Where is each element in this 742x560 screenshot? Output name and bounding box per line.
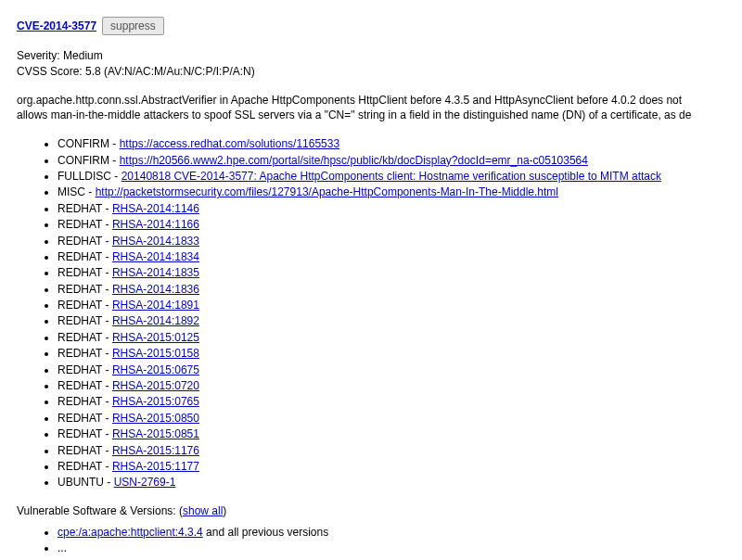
reference-item: REDHAT - RHSA-2014:1892: [58, 313, 742, 329]
reference-source: REDHAT -: [58, 331, 112, 344]
reference-link[interactable]: RHSA-2015:1177: [112, 460, 199, 473]
reference-item: REDHAT - RHSA-2015:1177: [58, 459, 742, 475]
reference-source: REDHAT -: [58, 218, 112, 231]
reference-link[interactable]: RHSA-2014:1835: [112, 266, 199, 279]
references-list: CONFIRM - https://access.redhat.com/solu…: [17, 136, 742, 491]
reference-item: REDHAT - RHSA-2014:1146: [58, 201, 742, 217]
reference-source: REDHAT -: [58, 460, 112, 473]
reference-source: REDHAT -: [58, 314, 112, 327]
reference-link[interactable]: RHSA-2014:1834: [112, 250, 199, 263]
severity-line: Severity: Medium: [17, 48, 742, 64]
cve-meta: Severity: Medium CVSS Score: 5.8 (AV:N/A…: [17, 48, 742, 80]
reference-source: UBUNTU -: [58, 476, 114, 489]
reference-link[interactable]: RHSA-2014:1892: [112, 314, 199, 327]
show-all-link[interactable]: show all: [183, 504, 223, 517]
reference-link[interactable]: RHSA-2015:0158: [112, 347, 199, 360]
reference-link[interactable]: RHSA-2015:0125: [112, 331, 199, 344]
reference-item: REDHAT - RHSA-2014:1836: [58, 282, 742, 298]
reference-source: REDHAT -: [58, 379, 112, 392]
vuln-header-close: ): [223, 504, 226, 517]
reference-item: REDHAT - RHSA-2015:0851: [58, 426, 742, 442]
vuln-header-text: Vulnerable Software & Versions: (: [17, 504, 183, 517]
reference-item: REDHAT - RHSA-2015:0125: [58, 330, 742, 346]
reference-link[interactable]: http://packetstormsecurity.com/files/127…: [96, 185, 558, 198]
reference-link[interactable]: RHSA-2014:1833: [112, 235, 199, 248]
description-line-2: allows man-in-the-middle attackers to sp…: [17, 108, 742, 123]
reference-source: REDHAT -: [58, 427, 112, 440]
reference-source: REDHAT -: [58, 299, 112, 312]
cve-id-link[interactable]: CVE-2014-3577: [17, 19, 96, 32]
reference-source: MISC -: [58, 185, 96, 198]
reference-source: REDHAT -: [58, 266, 112, 279]
reference-source: REDHAT -: [58, 363, 112, 376]
reference-link[interactable]: RHSA-2015:0675: [112, 363, 199, 376]
description-line-1: org.apache.http.conn.ssl.AbstractVerifie…: [17, 93, 742, 108]
reference-item: REDHAT - RHSA-2015:0158: [58, 346, 742, 362]
reference-link[interactable]: https://h20566.www2.hpe.com/portal/site/…: [120, 154, 588, 167]
reference-source: FULLDISC -: [58, 170, 122, 183]
severity-value: Medium: [63, 49, 103, 62]
cpe-item: cpe:/a:apache:httpclient:4.3.4 and all p…: [58, 525, 742, 541]
reference-item: REDHAT - RHSA-2015:0675: [58, 363, 742, 378]
reference-item: REDHAT - RHSA-2014:1891: [58, 298, 742, 313]
reference-source: REDHAT -: [58, 395, 112, 408]
reference-item: REDHAT - RHSA-2015:1176: [58, 443, 742, 459]
cpe-item: ...: [58, 541, 742, 556]
reference-source: CONFIRM -: [58, 154, 120, 167]
cpe-suffix: and all previous versions: [203, 526, 328, 539]
reference-link[interactable]: https://access.redhat.com/solutions/1165…: [120, 137, 339, 150]
reference-link[interactable]: RHSA-2015:0851: [112, 427, 199, 440]
cpe-link[interactable]: cpe:/a:apache:httpclient:4.3.4: [58, 526, 203, 539]
reference-item: CONFIRM - https://h20566.www2.hpe.com/po…: [58, 153, 742, 169]
reference-item: REDHAT - RHSA-2014:1834: [58, 249, 742, 265]
reference-item: REDHAT - RHSA-2014:1835: [58, 265, 742, 281]
vulnerable-software-header: Vulnerable Software & Versions: (show al…: [17, 504, 742, 517]
reference-link[interactable]: RHSA-2015:0720: [112, 379, 199, 392]
reference-item: FULLDISC - 20140818 CVE-2014-3577: Apach…: [58, 169, 742, 185]
reference-item: REDHAT - RHSA-2014:1166: [58, 217, 742, 233]
severity-label: Severity:: [17, 49, 60, 62]
reference-link[interactable]: USN-2769-1: [114, 476, 176, 489]
reference-source: REDHAT -: [58, 412, 112, 425]
reference-source: REDHAT -: [58, 347, 112, 360]
reference-source: REDHAT -: [58, 202, 112, 215]
cvss-line: CVSS Score: 5.8 (AV:N/AC:M/Au:N/C:P/I:P/…: [17, 64, 742, 80]
reference-link[interactable]: RHSA-2014:1891: [112, 299, 199, 312]
cvss-label: CVSS Score:: [17, 65, 83, 78]
cpe-list: cpe:/a:apache:httpclient:4.3.4 and all p…: [17, 525, 742, 557]
reference-item: REDHAT - RHSA-2015:0850: [58, 411, 742, 426]
reference-item: MISC - http://packetstormsecurity.com/fi…: [58, 185, 742, 200]
reference-link[interactable]: RHSA-2014:1836: [112, 283, 199, 296]
reference-item: REDHAT - RHSA-2014:1833: [58, 234, 742, 249]
reference-link[interactable]: RHSA-2015:1176: [112, 444, 199, 457]
reference-link[interactable]: RHSA-2015:0850: [112, 412, 199, 425]
reference-source: CONFIRM -: [58, 137, 120, 150]
reference-link[interactable]: RHSA-2014:1166: [112, 218, 199, 231]
reference-item: CONFIRM - https://access.redhat.com/solu…: [58, 136, 742, 152]
reference-item: UBUNTU - USN-2769-1: [58, 475, 742, 490]
reference-source: REDHAT -: [58, 250, 112, 263]
cvss-value: 5.8 (AV:N/AC:M/Au:N/C:P/I:P/A:N): [85, 65, 255, 78]
reference-item: REDHAT - RHSA-2015:0720: [58, 378, 742, 394]
reference-source: REDHAT -: [58, 235, 112, 248]
reference-source: REDHAT -: [58, 283, 112, 296]
reference-source: REDHAT -: [58, 444, 112, 457]
reference-item: REDHAT - RHSA-2015:0765: [58, 394, 742, 410]
cve-header: CVE-2014-3577 suppress: [17, 17, 742, 35]
reference-link[interactable]: 20140818 CVE-2014-3577: Apache HttpCompo…: [122, 170, 661, 183]
cve-description: org.apache.http.conn.ssl.AbstractVerifie…: [17, 93, 742, 124]
suppress-button[interactable]: suppress: [102, 17, 164, 35]
reference-link[interactable]: RHSA-2014:1146: [112, 202, 199, 215]
reference-link[interactable]: RHSA-2015:0765: [112, 395, 199, 408]
